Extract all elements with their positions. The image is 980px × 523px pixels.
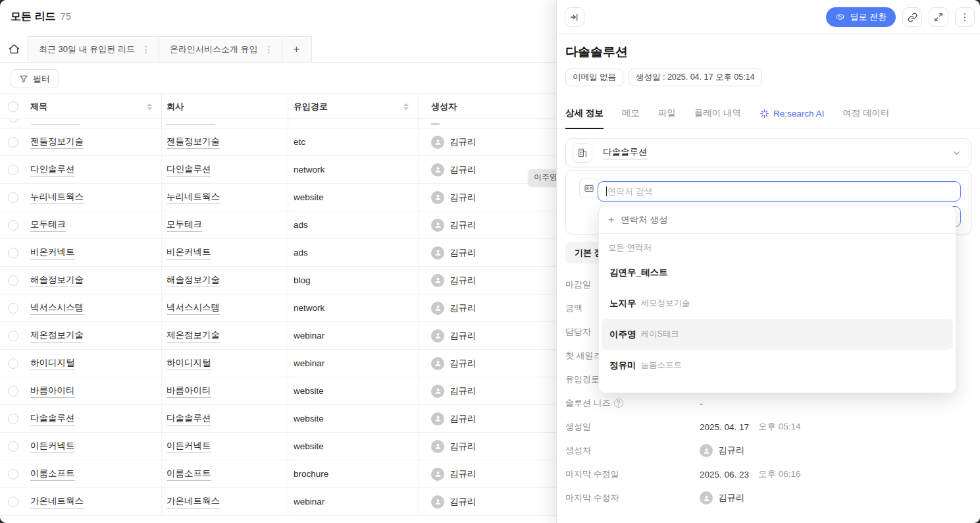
home-view-button[interactable] bbox=[0, 36, 28, 62]
tab-play-history[interactable]: 플레이 내역 bbox=[694, 99, 741, 128]
lead-title-link[interactable]: 해솔정보기술 bbox=[30, 274, 84, 287]
lead-company-link[interactable]: 제온정보기술 bbox=[167, 329, 220, 343]
table-row[interactable]: 다인솔루션 다인솔루션 network 김규리 bbox=[0, 156, 556, 184]
contact-options-list: 김연우_테스트 노지우 세모정보기술 이주영 케이S테크 정유미 bbox=[599, 257, 956, 385]
table-row[interactable]: 다솔솔루션 다솔솔루션 website 김규리 bbox=[0, 405, 556, 433]
lead-company-link[interactable]: 해솔정보기술 bbox=[167, 274, 220, 287]
table-row[interactable]: 해솔정보기술 해솔정보기술 blog 김규리 bbox=[0, 267, 556, 294]
row-checkbox[interactable] bbox=[8, 220, 18, 231]
row-checkbox[interactable] bbox=[8, 469, 18, 480]
lead-company-link[interactable]: 모두테크 bbox=[167, 219, 202, 232]
contact-search-input[interactable] bbox=[598, 181, 961, 202]
row-checkbox[interactable] bbox=[8, 331, 18, 341]
lead-company-link[interactable]: 바름아이티 bbox=[167, 385, 211, 398]
row-checkbox[interactable] bbox=[8, 414, 18, 424]
collapse-panel-button[interactable] bbox=[565, 7, 584, 27]
chevron-down-icon[interactable] bbox=[952, 148, 962, 158]
row-checkbox[interactable] bbox=[8, 358, 18, 369]
lead-title-link[interactable]: 다솔솔루션 bbox=[30, 412, 75, 426]
lead-title-link[interactable]: 다인솔루션 bbox=[30, 163, 75, 177]
table-row[interactable]: 넥서스시스템 넥서스시스템 network 김규리 bbox=[0, 294, 556, 322]
view-tab[interactable]: 온라인서비스소개 유입 ⋮ bbox=[159, 36, 282, 62]
contact-hover-tooltip: 이주영 bbox=[529, 169, 556, 186]
more-actions-button[interactable]: ⋮ bbox=[955, 7, 975, 27]
lead-title-link[interactable]: 젠들정보기술 bbox=[30, 136, 84, 149]
contact-option[interactable]: 김연우_테스트 bbox=[602, 257, 953, 288]
lead-title-link[interactable]: 가온네트웍스 bbox=[30, 495, 84, 509]
copy-link-button[interactable] bbox=[902, 7, 922, 27]
row-checkbox[interactable] bbox=[8, 137, 18, 148]
lead-title-link[interactable]: 비온커넥트 bbox=[30, 246, 75, 260]
column-title: 제목 bbox=[30, 101, 47, 113]
company-link[interactable]: 다솔솔루션 bbox=[603, 146, 648, 159]
row-checkbox[interactable] bbox=[8, 497, 18, 507]
tab-details[interactable]: 상세 정보 bbox=[565, 99, 604, 128]
lead-company-link[interactable]: 다인솔루션 bbox=[167, 163, 211, 177]
kebab-icon[interactable]: ⋮ bbox=[265, 44, 274, 55]
row-checkbox[interactable] bbox=[8, 248, 18, 258]
tab-journey-data[interactable]: 여정 데이터 bbox=[842, 99, 889, 128]
lead-company-link[interactable]: 넥서스시스템 bbox=[167, 302, 220, 315]
sort-icon[interactable] bbox=[147, 103, 152, 110]
lead-title-link[interactable]: 바름아이티 bbox=[30, 385, 75, 398]
lead-company-link[interactable]: 누리네트웍스 bbox=[167, 191, 220, 204]
avatar bbox=[431, 412, 444, 426]
lead-title-link[interactable]: 모두테크 bbox=[30, 219, 66, 232]
lead-company-link[interactable]: 가온네트웍스 bbox=[167, 495, 220, 509]
help-icon[interactable]: ? bbox=[614, 399, 623, 408]
lead-company-link[interactable]: 하이디지털 bbox=[167, 357, 211, 370]
row-checkbox[interactable] bbox=[8, 303, 18, 314]
lead-channel: ads bbox=[294, 248, 308, 258]
row-checkbox[interactable] bbox=[8, 386, 18, 397]
lead-company-link[interactable]: 다솔솔루션 bbox=[167, 412, 211, 426]
table-row[interactable]: 이룸소프트 이룸소프트 brochure 김규리 bbox=[0, 460, 556, 488]
add-view-button[interactable]: + bbox=[282, 36, 312, 62]
tab-files[interactable]: 파일 bbox=[658, 99, 676, 128]
lead-title-link[interactable]: 이룸소프트 bbox=[30, 468, 75, 481]
table-row[interactable]: 모두테크 모두테크 ads 김규리 bbox=[0, 211, 556, 239]
row-checkbox[interactable] bbox=[8, 441, 18, 452]
view-tabs: 최근 30일 내 유입된 리드 ⋮ 온라인서비스소개 유입 ⋮ bbox=[28, 36, 282, 62]
table-row[interactable]: 하이디지털 하이디지털 webinar 김규리 bbox=[0, 350, 556, 377]
lead-channel: webinar bbox=[294, 497, 324, 507]
table-row[interactable]: 누리네트웍스 누리네트웍스 website 김규리 bbox=[0, 184, 556, 211]
lead-company-link[interactable]: 이든커넥트 bbox=[167, 440, 211, 453]
lead-title-link[interactable]: 누리네트웍스 bbox=[30, 191, 84, 204]
table-row[interactable]: 제온정보기술 제온정보기술 webinar 김규리 bbox=[0, 322, 556, 350]
tab-memo[interactable]: 메모 bbox=[622, 99, 640, 128]
panel-topbar: 딜로 전환 ⋮ bbox=[557, 0, 980, 34]
field-row: 솔루션 니즈? - bbox=[557, 391, 980, 415]
view-tab-strip: 최근 30일 내 유입된 리드 ⋮ 온라인서비스소개 유입 ⋮ + bbox=[0, 36, 556, 63]
convert-to-deal-label: 딜로 전환 bbox=[850, 11, 887, 23]
lead-company-link[interactable]: 젠들정보기술 bbox=[167, 136, 220, 149]
row-checkbox[interactable] bbox=[8, 192, 18, 203]
creator-name: 김규리 bbox=[718, 445, 745, 456]
sort-icon[interactable] bbox=[403, 103, 409, 110]
lead-company-link[interactable]: 이룸소프트 bbox=[167, 468, 211, 481]
expand-panel-button[interactable] bbox=[929, 7, 948, 27]
created-date: 2025. 04. 17 bbox=[700, 422, 749, 432]
kebab-icon[interactable]: ⋮ bbox=[142, 44, 151, 55]
convert-to-deal-button[interactable]: 딜로 전환 bbox=[826, 7, 896, 27]
lead-title-link[interactable]: 넥서스시스템 bbox=[30, 302, 84, 315]
lead-channel: blog bbox=[294, 275, 311, 285]
contact-option[interactable]: 노지우 세모정보기술 bbox=[602, 288, 953, 319]
contact-option[interactable]: 이주영 케이S테크 bbox=[602, 319, 953, 350]
view-tab[interactable]: 최근 30일 내 유입된 리드 ⋮ bbox=[28, 36, 159, 62]
lead-title-link[interactable]: 하이디지털 bbox=[30, 357, 75, 370]
table-row[interactable]: 이든커넥트 이든커넥트 website 김규리 bbox=[0, 433, 556, 460]
row-checkbox[interactable] bbox=[8, 275, 18, 286]
table-row[interactable]: 젠들정보기술 젠들정보기술 etc 김규리 bbox=[0, 128, 556, 156]
create-contact-option[interactable]: + 연락처 생성 bbox=[599, 206, 956, 234]
lead-title-link[interactable]: 제온정보기술 bbox=[30, 329, 84, 343]
filter-button[interactable]: 필터 bbox=[11, 69, 59, 88]
lead-title-link[interactable]: 이든커넥트 bbox=[30, 440, 75, 453]
select-all-checkbox[interactable] bbox=[8, 101, 18, 112]
table-row[interactable]: 바름아이티 바름아이티 website 김규리 bbox=[0, 377, 556, 405]
lead-company-link[interactable]: 비온커넥트 bbox=[167, 246, 211, 260]
row-checkbox[interactable] bbox=[8, 165, 18, 175]
table-row[interactable]: 비온커넥트 비온커넥트 ads 김규리 bbox=[0, 239, 556, 267]
table-row[interactable]: 가온네트웍스 가온네트웍스 webinar 김규리 bbox=[0, 488, 556, 516]
contact-option[interactable]: 정유미 늘봄소프트 bbox=[602, 350, 953, 381]
tab-research-ai[interactable]: Re:search AI bbox=[760, 99, 824, 128]
